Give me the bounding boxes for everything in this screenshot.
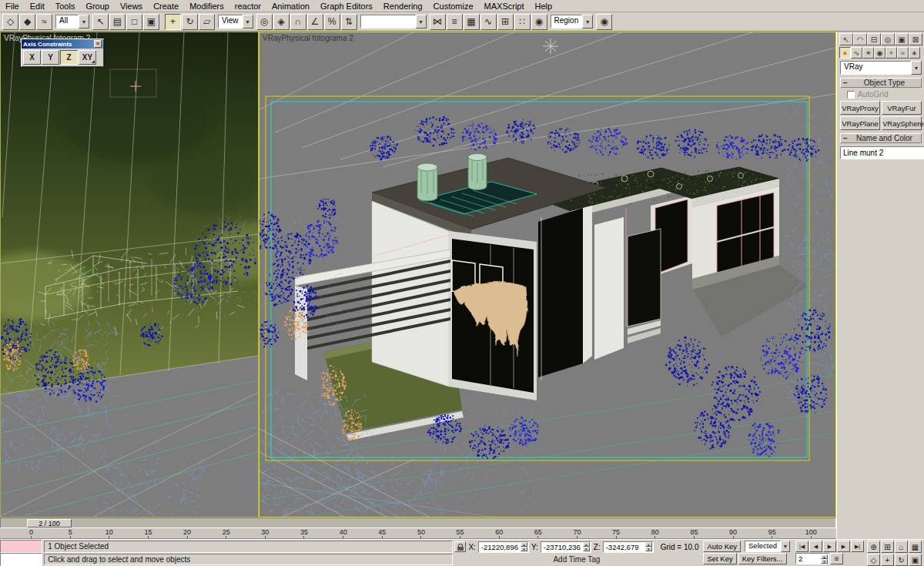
play-button[interactable]: ▶ — [823, 541, 836, 552]
add-time-tag-button[interactable]: Add Time Tag — [547, 555, 606, 564]
reference-coordinate-dropdown[interactable]: View▼ — [218, 15, 253, 28]
category-space-warps[interactable]: ≈ — [897, 47, 909, 59]
spinner[interactable]: ▲▼ — [645, 542, 652, 551]
axis-constraints-toolbar[interactable]: Axis Constraints × XYZXY — [21, 39, 104, 67]
unlink-selection-icon[interactable]: ◆ — [19, 14, 35, 30]
menu-item[interactable]: Modifiers — [184, 1, 229, 12]
time-slider[interactable]: 2 / 100 — [27, 519, 72, 527]
menu-item[interactable]: Graph Editors — [315, 1, 378, 12]
time-configuration-button[interactable]: ⊞ — [830, 553, 843, 564]
select-by-name-icon[interactable]: ▤ — [109, 14, 126, 30]
menu-item[interactable]: File — [0, 1, 25, 12]
use-pivot-point-center-icon[interactable]: ◎ — [256, 14, 273, 30]
coordinate-z-field[interactable]: -3242,679▲▼ — [603, 541, 654, 553]
angle-snap-icon[interactable]: ∠ — [307, 14, 323, 30]
close-icon[interactable]: × — [94, 40, 102, 48]
tab-motion[interactable]: ◎ — [881, 33, 895, 45]
menu-item[interactable]: Create — [148, 1, 184, 12]
axis-constraints-titlebar[interactable]: Axis Constraints × — [22, 39, 103, 49]
object-type-button[interactable]: VRaySphere — [882, 116, 922, 130]
key-filters-button[interactable]: Key Filters... — [738, 553, 787, 564]
schematic-view-icon[interactable]: ⊞ — [497, 14, 514, 30]
zoom-all-icon[interactable]: ⊞ — [881, 541, 894, 553]
min-max-toggle-icon[interactable]: ▣ — [909, 554, 922, 566]
menu-item[interactable]: Edit — [25, 1, 50, 12]
snap-toggle-icon[interactable]: ∩ — [290, 14, 306, 30]
material-editor-icon[interactable]: ∷ — [514, 14, 531, 30]
quick-render-icon[interactable]: ◉ — [596, 14, 612, 30]
menu-item[interactable]: Rendering — [378, 1, 428, 12]
tab-create[interactable]: ↖ — [839, 33, 853, 45]
menu-item[interactable]: reactor — [229, 1, 266, 12]
named-selection-sets-dropdown[interactable]: ▼ — [360, 15, 427, 28]
category-helpers[interactable]: + — [886, 47, 897, 59]
spinner[interactable]: ▲▼ — [821, 554, 828, 564]
autogrid-checkbox[interactable] — [847, 91, 855, 99]
select-and-move-icon[interactable]: + — [165, 14, 181, 30]
tab-hierarchy[interactable]: ⊟ — [867, 33, 881, 45]
render-scene-icon[interactable]: ◉ — [531, 14, 547, 30]
menu-item[interactable]: Tools — [50, 1, 81, 12]
field-of-view-icon[interactable]: ◇ — [867, 554, 880, 566]
next-frame-button[interactable]: ▶ — [837, 541, 850, 552]
menu-item[interactable]: Help — [530, 1, 558, 12]
coordinate-y-field[interactable]: -23710,236▲▼ — [541, 541, 591, 553]
category-geometry[interactable]: ● — [839, 47, 851, 59]
curve-editor-icon[interactable]: ∿ — [480, 14, 497, 30]
selection-filter-dropdown[interactable]: All▼ — [55, 15, 89, 28]
menu-item[interactable]: Group — [80, 1, 115, 12]
category-systems[interactable]: ∗ — [909, 47, 920, 59]
zoom-icon[interactable]: ⊕ — [867, 541, 880, 553]
mini-listener-script-pane[interactable] — [0, 553, 42, 566]
menu-item[interactable]: Customize — [428, 1, 479, 12]
category-cameras[interactable]: ◉ — [874, 47, 886, 59]
layer-manager-icon[interactable]: ▦ — [464, 14, 480, 30]
viewport-left[interactable]: VRayPhysical fotogram 2 Axis Constraints… — [0, 32, 259, 517]
arc-rotate-icon[interactable]: ↻ — [895, 554, 908, 566]
rollout-name-color[interactable]: Name and Color — [840, 133, 922, 143]
go-to-end-button[interactable]: ▶| — [851, 541, 864, 552]
category-lights[interactable]: ☀ — [862, 47, 874, 59]
object-type-button[interactable]: VRayPlane — [840, 116, 880, 130]
viewport-main[interactable]: VRayPhysical fotograma 2 — [259, 32, 836, 517]
current-frame-field[interactable]: 2▲▼ — [795, 553, 829, 564]
axis-constraint-button[interactable]: XY — [79, 50, 96, 65]
go-to-start-button[interactable]: |◀ — [795, 541, 808, 552]
axis-constraint-button[interactable]: X — [23, 50, 41, 65]
set-key-button[interactable]: Set Key — [703, 553, 736, 564]
object-name-input[interactable] — [840, 146, 924, 159]
zoom-extents-all-icon[interactable]: ▦ — [909, 541, 922, 553]
time-slider-track[interactable]: 2 / 100 — [0, 517, 836, 528]
key-mode-dropdown[interactable]: Selected▼ — [745, 541, 790, 552]
spinner[interactable]: ▲▼ — [583, 542, 590, 551]
tab-display[interactable]: ▣ — [895, 33, 909, 45]
category-shapes[interactable]: ∿ — [851, 47, 862, 59]
menu-item[interactable]: MAXScript — [479, 1, 530, 12]
object-type-button[interactable]: VRayProxy — [840, 101, 880, 115]
spinner-snap-icon[interactable]: ⇅ — [341, 14, 357, 30]
transform-type-in-lock-button[interactable] — [454, 541, 466, 552]
track-bar[interactable]: 0510152025303540455055606570758085909510… — [0, 528, 836, 539]
menu-item[interactable]: Views — [115, 1, 148, 12]
mini-listener-macro-pane[interactable] — [0, 540, 42, 553]
tab-modify[interactable]: ◠ — [853, 33, 867, 45]
viewport-label[interactable]: VRayPhysical fotograma 2 — [263, 34, 353, 42]
coordinate-x-field[interactable]: -21220,896▲▼ — [478, 541, 529, 553]
pan-icon[interactable]: + — [881, 554, 894, 566]
axis-constraint-button[interactable]: Z — [60, 50, 78, 65]
rectangular-selection-region-icon[interactable]: □ — [126, 14, 142, 30]
render-type-dropdown[interactable]: Region▼ — [551, 15, 594, 28]
window-crossing-icon[interactable]: ▣ — [143, 14, 159, 30]
bind-to-space-warp-icon[interactable]: ≈ — [36, 14, 52, 30]
zoom-extents-icon[interactable]: ⌂ — [895, 541, 908, 553]
mirror-icon[interactable]: ⋈ — [430, 14, 446, 30]
align-icon[interactable]: ≡ — [447, 14, 463, 30]
tab-utilities[interactable]: ⊠ — [909, 33, 922, 45]
percent-snap-icon[interactable]: % — [324, 14, 340, 30]
subcategory-dropdown[interactable]: VRay ▼ — [840, 61, 922, 75]
spinner[interactable]: ▲▼ — [521, 542, 527, 551]
select-and-rotate-icon[interactable]: ↻ — [182, 14, 198, 30]
select-and-manipulate-icon[interactable]: ◈ — [273, 14, 290, 30]
select-object-icon[interactable]: ↖ — [92, 14, 109, 30]
menu-item[interactable]: Animation — [266, 1, 315, 12]
